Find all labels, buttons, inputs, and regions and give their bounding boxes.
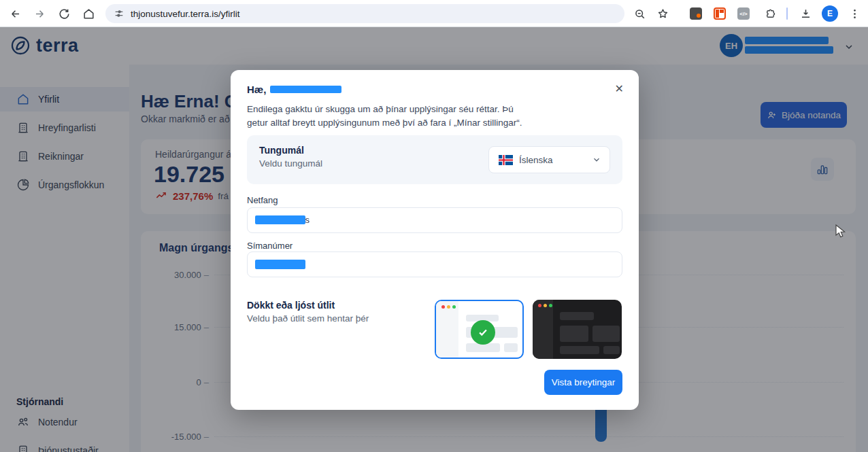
phone-label: Símanúmer <box>247 241 293 251</box>
home-icon[interactable] <box>80 5 97 22</box>
forward-icon[interactable] <box>31 5 48 22</box>
extension-icon-3[interactable]: </> <box>737 7 750 20</box>
email-field[interactable]: erna@terra.is <box>247 207 622 233</box>
extension-icon-1[interactable] <box>690 7 702 20</box>
browser-menu-kebab-icon[interactable] <box>846 5 863 22</box>
url-text: thjonustuvefur.terra.is/yfirlit <box>131 9 240 19</box>
language-section: Tungumál Veldu tungumál Íslenska <box>247 135 622 184</box>
language-label: Tungumál <box>259 145 304 156</box>
language-selected-value: Íslenska <box>519 155 586 165</box>
address-bar[interactable]: thjonustuvefur.terra.is/yfirlit <box>105 4 624 23</box>
theme-label: Dökkt eða ljóst útlit <box>247 300 335 311</box>
modal-body-text: Endilega gakktu úr skugga um að þínar up… <box>247 103 527 131</box>
iceland-flag-icon <box>499 155 513 165</box>
theme-option-light[interactable] <box>435 300 524 359</box>
close-icon[interactable]: ✕ <box>615 84 624 94</box>
zoom-search-icon[interactable] <box>631 5 648 22</box>
modal-name-redacted <box>270 86 341 93</box>
mouse-cursor <box>835 224 848 239</box>
phone-field[interactable] <box>247 251 622 277</box>
language-hint: Veldu tungumál <box>259 158 322 169</box>
theme-preview-sidebar <box>533 300 553 359</box>
email-label: Netfang <box>247 195 278 205</box>
chevron-down-icon <box>592 155 601 164</box>
browser-profile-avatar[interactable]: E <box>822 5 838 22</box>
browser-toolbar: thjonustuvefur.terra.is/yfirlit </> E <box>0 0 868 27</box>
downloads-icon[interactable] <box>797 5 814 22</box>
extension-icon-2[interactable] <box>714 7 726 20</box>
bookmark-star-icon[interactable] <box>654 5 671 22</box>
selected-check-icon <box>471 320 495 345</box>
download-progress-indicator <box>786 7 788 20</box>
theme-preview-sidebar <box>436 301 458 358</box>
back-icon[interactable] <box>7 5 23 22</box>
extensions-puzzle-icon[interactable] <box>762 5 778 22</box>
window-traffic-dots <box>441 305 456 309</box>
theme-hint: Veldu það útlit sem hentar þér <box>247 313 369 324</box>
reload-icon[interactable] <box>56 5 72 22</box>
save-changes-button[interactable]: Vista breytingar <box>544 370 622 395</box>
profile-settings-modal: Hæ, ✕ Endilega gakktu úr skugga um að þí… <box>231 70 639 410</box>
modal-greeting: Hæ, <box>247 84 341 95</box>
phone-redaction <box>255 260 305 269</box>
language-select[interactable]: Íslenska <box>488 146 610 173</box>
theme-option-dark[interactable] <box>533 300 622 359</box>
email-redaction <box>255 215 305 224</box>
site-settings-icon[interactable] <box>114 8 124 19</box>
window-traffic-dots <box>538 304 552 307</box>
